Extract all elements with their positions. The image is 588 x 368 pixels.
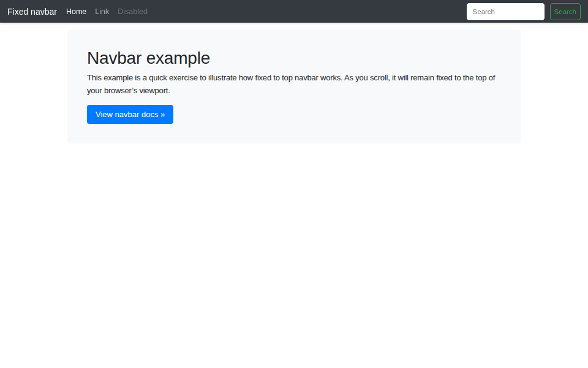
jumbotron-panel: Navbar example This example is a quick e… — [67, 29, 521, 144]
nav-link-home[interactable]: Home — [62, 5, 91, 18]
search-input[interactable] — [467, 3, 545, 20]
view-navbar-docs-button[interactable]: View navbar docs » — [87, 105, 173, 124]
nav-link-link[interactable]: Link — [91, 5, 113, 18]
search-form: Search — [467, 3, 581, 20]
nav-item: Link — [91, 5, 113, 18]
nav-item: Disabled — [113, 5, 152, 18]
page-title: Navbar example — [87, 48, 501, 69]
navbar-nav: Home Link Disabled — [62, 5, 152, 18]
navbar-brand[interactable]: Fixed navbar — [7, 7, 57, 17]
navbar: Fixed navbar Home Link Disabled Search — [0, 0, 588, 23]
nav-link-disabled: Disabled — [113, 5, 152, 18]
nav-item: Home — [62, 5, 91, 18]
page-description: This example is a quick exercise to illu… — [87, 71, 501, 97]
search-button[interactable]: Search — [550, 3, 581, 20]
